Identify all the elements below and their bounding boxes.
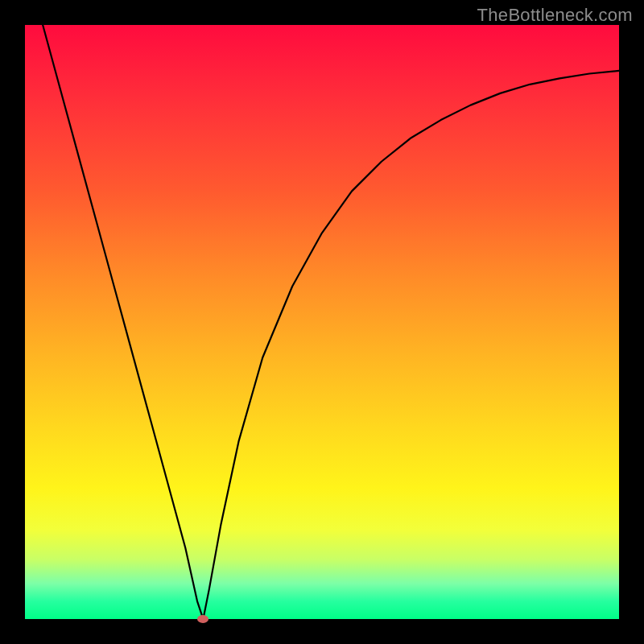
plot-area xyxy=(25,25,619,619)
bottleneck-curve xyxy=(25,25,619,619)
minimum-marker xyxy=(197,615,208,623)
curve-svg xyxy=(25,25,619,619)
chart-frame: TheBottleneck.com xyxy=(0,0,644,644)
watermark-text: TheBottleneck.com xyxy=(477,5,633,26)
